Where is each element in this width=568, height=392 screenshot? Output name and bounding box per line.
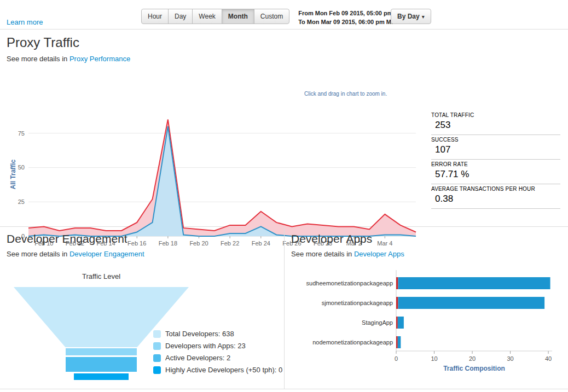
stat-label: ERROR RATE	[431, 161, 560, 167]
funnel-segment-active-developers	[66, 357, 137, 372]
svg-text:sudheemonetizationpackageapp: sudheemonetizationpackageapp	[306, 280, 393, 286]
stat-label: AVERAGE TRANSACTIONS PER HOUR	[431, 186, 560, 192]
svg-text:30: 30	[507, 355, 513, 362]
svg-text:25: 25	[18, 198, 25, 205]
svg-text:0: 0	[395, 355, 398, 362]
range-button-custom[interactable]: Custom	[254, 9, 289, 24]
proxy-traffic-subtitle: See more details in Proxy Performance	[7, 55, 561, 63]
developer-engagement-title: Developer Engagement	[7, 232, 277, 245]
proxy-traffic-title: Proxy Traffic	[7, 35, 561, 50]
range-button-group: Hour Day Week Month Custom	[141, 9, 289, 24]
developer-apps-subtitle: See more details in Developer Apps	[291, 250, 561, 258]
svg-text:20: 20	[469, 355, 476, 362]
funnel-segment-developers-with-apps	[66, 348, 137, 355]
stat-value: 107	[431, 143, 560, 157]
developer-apps-chart: sudheemonetizationpackageappsjmonetizati…	[292, 270, 561, 377]
svg-text:10: 10	[431, 355, 437, 362]
developer-apps-link[interactable]: Developer Apps	[354, 250, 404, 258]
developer-engagement-link[interactable]: Developer Engagement	[69, 250, 144, 258]
subtitle-prefix: See more details in	[291, 250, 354, 258]
stat-label: TOTAL TRAFFIC	[431, 112, 560, 118]
proxy-performance-link[interactable]: Proxy Performance	[69, 55, 130, 63]
legend-label: Developers with Apps: 23	[165, 342, 246, 350]
legend-label: Total Developers: 638	[165, 330, 234, 338]
time-range-controls: Hour Day Week Month Custom From Mon Feb …	[141, 9, 407, 27]
interval-dropdown-button[interactable]: By Day▾	[391, 9, 431, 24]
bottom-panels: Developer Engagement See more details in…	[0, 226, 568, 389]
learn-more-link[interactable]: Learn more	[7, 18, 43, 26]
range-button-day[interactable]: Day	[168, 9, 193, 24]
stat-value: 0.38	[431, 192, 560, 207]
developer-apps-svg: sudheemonetizationpackageappsjmonetizati…	[292, 270, 566, 375]
interval-dropdown-label: By Day	[397, 13, 420, 20]
stat-label: SUCCESS	[431, 137, 560, 143]
funnel-segment-highly-active-developers	[74, 373, 129, 380]
developer-apps-panel: Developer Apps See more details in Devel…	[284, 227, 568, 389]
stat-total-traffic: TOTAL TRAFFIC 253	[431, 110, 560, 135]
stat-value: 57.71 %	[431, 167, 560, 182]
legend-item-active-developers: Active Developers: 2	[153, 354, 282, 362]
stat-value: 253	[431, 118, 560, 133]
svg-text:nodemonetizationpackageapp: nodemonetizationpackageapp	[312, 339, 393, 346]
developer-engagement-panel: Developer Engagement See more details in…	[0, 227, 284, 389]
subtitle-prefix: See more details in	[7, 55, 69, 63]
svg-text:50: 50	[18, 164, 25, 171]
stat-avg-tph: AVERAGE TRANSACTIONS PER HOUR 0.38	[431, 184, 560, 209]
legend-item-highly-active-developers: Highly Active Developers (+50 tph): 0	[153, 366, 282, 374]
engagement-funnel-chart: Traffic Level Total Developers: 638 Deve…	[7, 272, 277, 387]
proxy-traffic-section: Proxy Traffic See more details in Proxy …	[0, 30, 568, 226]
developer-engagement-subtitle: See more details in Developer Engagement	[7, 250, 277, 258]
header-bar: Learn more Hour Day Week Month Custom Fr…	[0, 0, 568, 30]
zoom-hint: Click and drag in chart to zoom in.	[304, 91, 387, 97]
range-button-month[interactable]: Month	[222, 9, 254, 24]
svg-text:40: 40	[545, 355, 552, 362]
range-button-hour[interactable]: Hour	[141, 9, 169, 24]
svg-text:sjmonetizationpackageapp: sjmonetizationpackageapp	[322, 300, 393, 306]
stat-error-rate: ERROR RATE 57.71 %	[431, 160, 560, 184]
legend-item-developers-with-apps: Developers with Apps: 23	[153, 342, 282, 350]
legend-label: Highly Active Developers (+50 tph): 0	[165, 366, 282, 374]
funnel-title: Traffic Level	[7, 272, 196, 280]
svg-text:All Traffic: All Traffic	[9, 159, 17, 189]
legend-swatch	[153, 342, 161, 350]
stat-success: SUCCESS 107	[431, 135, 560, 160]
svg-text:StagingApp: StagingApp	[362, 319, 393, 326]
legend-item-total-developers: Total Developers: 638	[153, 330, 282, 338]
funnel-legend: Total Developers: 638 Developers with Ap…	[153, 330, 282, 378]
svg-text:Traffic Composition: Traffic Composition	[443, 365, 505, 372]
legend-swatch	[153, 330, 161, 338]
caret-down-icon: ▾	[422, 14, 425, 20]
developer-apps-title: Developer Apps	[291, 232, 561, 245]
subtitle-prefix: See more details in	[7, 250, 69, 258]
range-button-week[interactable]: Week	[192, 9, 222, 24]
legend-swatch	[153, 354, 161, 362]
svg-text:75: 75	[18, 130, 25, 137]
traffic-stats-panel: TOTAL TRAFFIC 253 SUCCESS 107 ERROR RATE…	[431, 110, 560, 209]
legend-label: Active Developers: 2	[165, 354, 230, 362]
legend-swatch	[153, 366, 161, 374]
